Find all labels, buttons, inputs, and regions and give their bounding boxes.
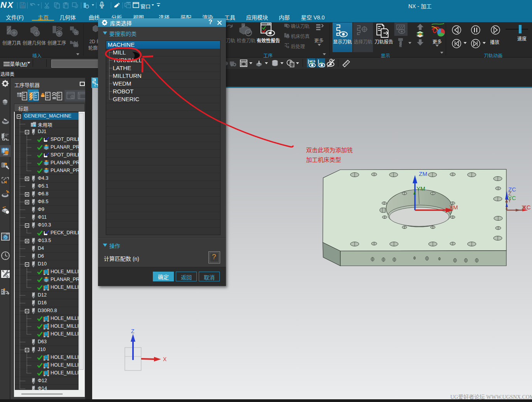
svg-text:MCS: MCS [310, 60, 316, 63]
